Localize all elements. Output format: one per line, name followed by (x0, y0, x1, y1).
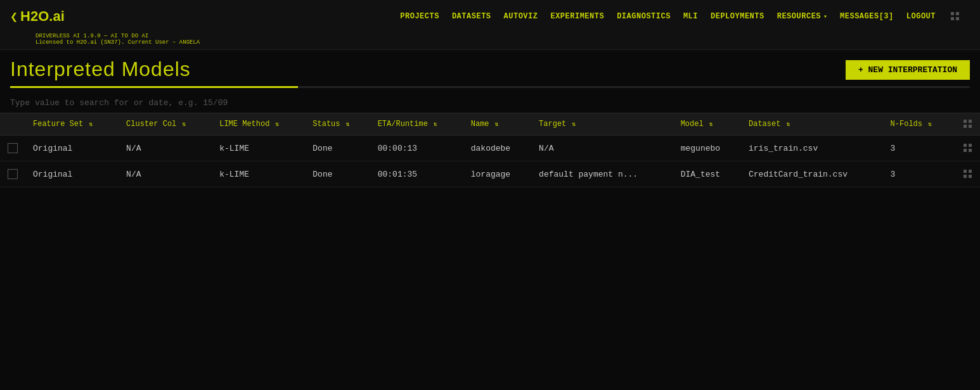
cell-name-1[interactable]: dakodebe (463, 135, 531, 161)
license-line: Licensed to H2O.ai (SN37). Current User … (35, 39, 970, 46)
row-checkbox-cell-1 (0, 135, 25, 161)
table-header-grid-icon[interactable] (964, 120, 972, 129)
cell-target-1: N/A (531, 135, 673, 161)
sort-arrows-nfolds[interactable]: ⇅ (928, 121, 932, 128)
header: ❮ H2O.ai PROJECTS DATASETS AUTOVIZ EXPER… (0, 0, 980, 50)
sort-arrows-target[interactable]: ⇅ (572, 121, 576, 128)
nav-links: PROJECTS DATASETS AUTOVIZ EXPERIMENTS DI… (400, 12, 960, 21)
cell-feature-set-1: Original (25, 135, 119, 161)
search-area (0, 88, 980, 108)
nav-diagnostics[interactable]: DIAGNOSTICS (617, 12, 671, 21)
cell-lime-method-2: k-LIME (212, 161, 305, 187)
table-header-row: Feature Set ⇅ Cluster Col ⇅ LIME Method … (0, 113, 980, 135)
sort-arrows-dataset[interactable]: ⇅ (787, 121, 790, 128)
version-info: DRIVERLESS AI 1.9.0 — AI TO DO AI Licens… (0, 33, 980, 49)
table-row: Original N/A k-LIME Done 00:01:35 loraga… (0, 161, 980, 187)
col-header-name[interactable]: Name ⇅ (463, 113, 531, 135)
nav-resources-group: RESOURCES ▾ (777, 12, 827, 21)
col-header-lime-method[interactable]: LIME Method ⇅ (212, 113, 305, 135)
version-line: DRIVERLESS AI 1.9.0 — AI TO DO AI (35, 33, 970, 39)
new-interpretation-button[interactable]: + NEW INTERPRETATION (846, 60, 970, 80)
col-header-eta[interactable]: ETA/Runtime ⇅ (370, 113, 463, 135)
col-header-model[interactable]: Model ⇅ (673, 113, 741, 135)
col-header-cluster-col[interactable]: Cluster Col ⇅ (119, 113, 212, 135)
cell-eta-2: 00:01:35 (370, 161, 463, 187)
cell-nfolds-2: 3 (883, 161, 953, 187)
nav-mli[interactable]: MLI (683, 12, 698, 21)
col-header-options (953, 113, 980, 135)
nav-logout[interactable]: LOGOUT (906, 12, 936, 21)
row-grid-icon-1[interactable] (964, 144, 972, 153)
page-title: Interpreted Models (10, 58, 191, 81)
table-container: Feature Set ⇅ Cluster Col ⇅ LIME Method … (0, 113, 980, 187)
sort-arrows-eta[interactable]: ⇅ (434, 121, 437, 128)
cell-status-1: Done (305, 135, 370, 161)
cell-name-2[interactable]: loragage (463, 161, 531, 187)
page-title-bar: Interpreted Models + NEW INTERPRETATION (0, 50, 980, 81)
nav-messages[interactable]: MESSAGES[3] (840, 12, 894, 21)
nav-datasets[interactable]: DATASETS (452, 12, 491, 21)
row-checkbox-cell-2 (0, 161, 25, 187)
cell-eta-1: 00:00:13 (370, 135, 463, 161)
cell-cluster-col-2: N/A (119, 161, 212, 187)
col-header-dataset[interactable]: Dataset ⇅ (741, 113, 883, 135)
col-header-status[interactable]: Status ⇅ (305, 113, 370, 135)
logo-text: H2O.ai (20, 8, 65, 25)
sort-arrows-model[interactable]: ⇅ (709, 121, 713, 128)
cell-dataset-2: CreditCard_train.csv (741, 161, 883, 187)
cell-cluster-col-1: N/A (119, 135, 212, 161)
sort-arrows-lime-method[interactable]: ⇅ (276, 121, 280, 128)
nav-projects[interactable]: PROJECTS (400, 12, 439, 21)
col-header-feature-set[interactable]: Feature Set ⇅ (25, 113, 119, 135)
row-checkbox-2[interactable] (8, 169, 18, 179)
table-row: Original N/A k-LIME Done 00:00:13 dakode… (0, 135, 980, 161)
header-top-row: ❮ H2O.ai PROJECTS DATASETS AUTOVIZ EXPER… (0, 0, 980, 33)
row-checkbox-1[interactable] (8, 143, 18, 153)
table-header-checkbox (0, 113, 25, 135)
logo-chevron-icon: ❮ (10, 9, 18, 25)
cell-options-1[interactable] (953, 135, 980, 161)
cell-target-2: default payment n... (531, 161, 673, 187)
nav-deployments[interactable]: DEPLOYMENTS (711, 12, 764, 21)
cell-feature-set-2: Original (25, 161, 119, 187)
cell-status-2: Done (305, 161, 370, 187)
interpretations-table: Feature Set ⇅ Cluster Col ⇅ LIME Method … (0, 113, 980, 187)
sort-arrows-status[interactable]: ⇅ (346, 121, 350, 128)
cell-lime-method-1: k-LIME (212, 135, 305, 161)
sort-arrows-feature-set[interactable]: ⇅ (89, 121, 93, 128)
search-input[interactable] (10, 98, 264, 108)
nav-resources[interactable]: RESOURCES (777, 12, 821, 21)
resources-dropdown-icon[interactable]: ▾ (823, 13, 827, 20)
header-grid-icon[interactable] (951, 12, 960, 21)
logo-area: ❮ H2O.ai (10, 8, 65, 25)
cell-model-1: megunebo (673, 135, 741, 161)
cell-nfolds-1: 3 (883, 135, 953, 161)
cell-options-2[interactable] (953, 161, 980, 187)
col-header-nfolds[interactable]: N-Folds ⇅ (883, 113, 953, 135)
sort-arrows-cluster-col[interactable]: ⇅ (183, 121, 186, 128)
sort-arrows-name[interactable]: ⇅ (495, 121, 499, 128)
cell-dataset-1: iris_train.csv (741, 135, 883, 161)
col-header-target[interactable]: Target ⇅ (531, 113, 673, 135)
cell-model-2: DIA_test (673, 161, 741, 187)
nav-autoviz[interactable]: AUTOVIZ (504, 12, 538, 21)
nav-experiments[interactable]: EXPERIMENTS (550, 12, 604, 21)
row-grid-icon-2[interactable] (964, 170, 972, 179)
